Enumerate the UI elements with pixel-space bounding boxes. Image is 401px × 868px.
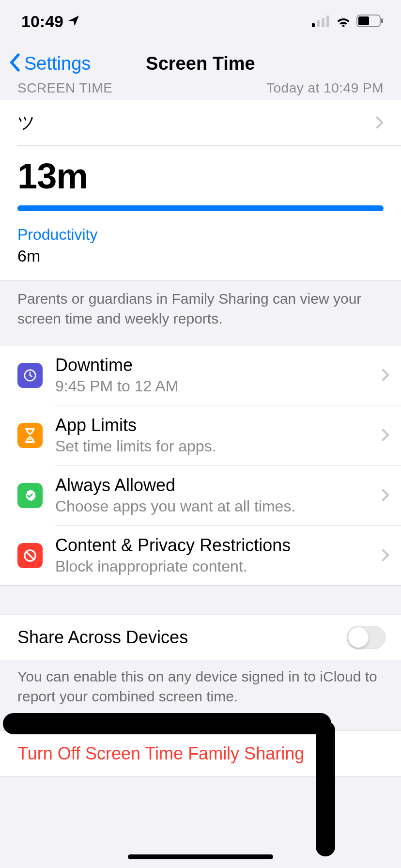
downtime-row[interactable]: Downtime 9:45 PM to 12 AM: [0, 345, 401, 405]
row-subtitle: 9:45 PM to 12 AM: [55, 377, 369, 395]
svg-rect-5: [381, 18, 383, 23]
page-title: Screen Time: [0, 53, 401, 74]
location-icon: [67, 12, 80, 31]
status-time: 10:49: [21, 12, 63, 31]
total-time: 13m: [17, 155, 384, 197]
screen-time-summary-card: ツ 13m Productivity 6m: [0, 100, 401, 280]
svg-rect-2: [322, 18, 324, 27]
share-label: Share Across Devices: [17, 627, 188, 648]
redaction-mark: [3, 713, 331, 734]
row-title: Downtime: [55, 355, 369, 375]
screen-time-options-list: Downtime 9:45 PM to 12 AM App Limits Set…: [0, 345, 401, 586]
row-title: App Limits: [55, 415, 369, 435]
chevron-right-icon: [382, 425, 389, 446]
category-label: Productivity: [17, 226, 384, 244]
svg-rect-1: [317, 20, 320, 27]
chevron-right-icon: [376, 113, 384, 133]
screen-time-detail[interactable]: 13m Productivity 6m: [0, 146, 401, 280]
redaction-mark-tail: [316, 721, 335, 856]
nav-bar: Settings Screen Time: [0, 43, 401, 85]
wifi-icon: [335, 12, 352, 31]
row-title: Always Allowed: [55, 475, 369, 496]
downtime-icon: [17, 363, 43, 388]
svg-rect-6: [358, 16, 369, 25]
turn-off-family-sharing-button[interactable]: Turn Off Screen Time Family Sharing: [0, 730, 401, 777]
content-privacy-row[interactable]: Content & Privacy Restrictions Block ina…: [0, 526, 401, 585]
chevron-right-icon: [382, 365, 389, 386]
row-subtitle: Choose apps you want at all times.: [55, 497, 369, 515]
svg-rect-3: [326, 16, 329, 27]
always-allowed-row[interactable]: Always Allowed Choose apps you want at a…: [0, 465, 401, 525]
status-bar: 10:49: [0, 0, 401, 43]
cellular-icon: [312, 12, 330, 31]
chevron-right-icon: [382, 485, 389, 506]
no-entry-icon: [17, 543, 43, 568]
device-row[interactable]: ツ: [0, 100, 401, 145]
section-header-left: SCREEN TIME: [17, 81, 112, 96]
row-title: Content & Privacy Restrictions: [55, 535, 369, 556]
share-note: You can enable this on any device signed…: [0, 660, 401, 715]
usage-bar: [17, 205, 384, 211]
section-header: SCREEN TIME Today at 10:49 PM: [0, 81, 401, 96]
category-time: 6m: [17, 247, 384, 265]
row-subtitle: Set time limits for apps.: [55, 437, 369, 455]
row-subtitle: Block inappropriate content.: [55, 558, 369, 575]
badge-check-icon: [17, 483, 43, 508]
battery-icon: [356, 12, 384, 31]
share-toggle[interactable]: [347, 626, 386, 649]
family-sharing-note: Parents or guardians in Family Sharing c…: [0, 280, 401, 345]
turn-off-label: Turn Off Screen Time Family Sharing: [17, 744, 304, 763]
home-indicator[interactable]: [128, 854, 273, 859]
device-name: ツ: [17, 111, 35, 135]
svg-rect-0: [312, 23, 315, 27]
chevron-right-icon: [382, 545, 389, 566]
hourglass-icon: [17, 423, 43, 448]
app-limits-row[interactable]: App Limits Set time limits for apps.: [0, 405, 401, 465]
section-header-right: Today at 10:49 PM: [266, 81, 384, 96]
toggle-knob: [348, 627, 369, 648]
share-across-devices-row: Share Across Devices: [0, 615, 401, 660]
